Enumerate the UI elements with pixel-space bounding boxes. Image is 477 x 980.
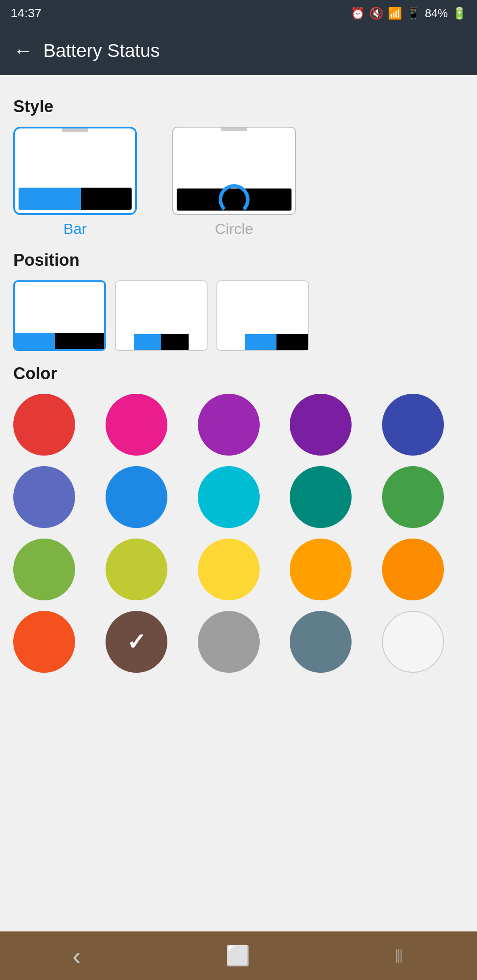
position-card-bottom-center[interactable] [115,280,208,351]
style-card-circle-label: Circle [215,220,254,237]
pos-fill-bl [15,333,55,349]
nav-home-icon[interactable]: ⬜ [226,944,250,967]
pos-bar-bl [15,333,104,349]
position-section-label: Position [13,251,464,270]
pos-fill-br [245,334,276,350]
style-card-circle[interactable]: Circle [172,127,296,237]
color-circle-4[interactable] [382,394,444,456]
nav-back-icon[interactable]: ‹ [72,942,81,970]
color-circle-5[interactable] [13,466,75,528]
nav-bar: ‹ ⬜ ⦀ [0,931,477,980]
position-card-bottom-right[interactable] [216,280,309,351]
color-circle-8[interactable] [290,466,352,528]
color-circle-14[interactable] [382,539,444,600]
color-circle-13[interactable] [290,539,352,600]
pos-fill-bc [134,334,161,350]
color-circle-0[interactable] [13,394,75,456]
style-card-bar-label: Bar [64,220,87,237]
color-circle-1[interactable] [106,394,167,456]
color-circle-3[interactable] [290,394,352,456]
status-time: 14:37 [11,6,42,20]
back-button[interactable]: ← [13,41,33,60]
style-section-label: Style [13,97,464,116]
circle-style-preview [172,127,296,215]
color-grid [13,394,464,690]
bar-fill [19,188,81,210]
color-section-label: Color [13,364,464,383]
color-circle-17[interactable] [198,611,260,673]
nav-recents-icon[interactable]: ⦀ [395,945,405,967]
color-circle-2[interactable] [198,394,260,456]
color-circle-12[interactable] [198,539,260,600]
pos-preview-bottom-right [216,280,309,351]
signal-icon: 📱 [406,7,420,20]
battery-icon: 🔋 [452,7,466,20]
pos-preview-bottom-center [115,280,208,351]
color-circle-6[interactable] [106,466,167,528]
main-content: Style Bar Circle Position [0,75,477,743]
bottom-spacer [13,690,464,743]
bar-preview-bar [19,188,132,210]
color-circle-7[interactable] [198,466,260,528]
position-cards-container [13,280,464,351]
color-circle-16[interactable] [106,611,167,673]
position-card-bottom-left[interactable] [13,280,106,351]
battery-percent: 84% [425,7,448,20]
color-circle-19[interactable] [382,611,444,673]
style-cards-container: Bar Circle [13,127,464,237]
style-card-bar[interactable]: Bar [13,127,137,237]
pos-bar-br [245,334,308,350]
status-bar: 14:37 ⏰ 🔇 📶 📱 84% 🔋 [0,0,477,26]
color-circle-10[interactable] [13,539,75,600]
alarm-icon: ⏰ [351,7,365,20]
pos-preview-bottom-left [13,280,106,351]
mute-icon: 🔇 [369,7,383,20]
page-title: Battery Status [43,40,160,61]
wifi-icon: 📶 [388,7,402,20]
color-circle-11[interactable] [106,539,167,600]
pos-bar-bc [134,334,189,350]
bar-style-preview [13,127,137,215]
color-circle-9[interactable] [382,466,444,528]
color-circle-15[interactable] [13,611,75,673]
app-bar: ← Battery Status [0,26,477,75]
status-icons: ⏰ 🔇 📶 📱 84% 🔋 [351,7,466,20]
color-circle-18[interactable] [290,611,352,673]
